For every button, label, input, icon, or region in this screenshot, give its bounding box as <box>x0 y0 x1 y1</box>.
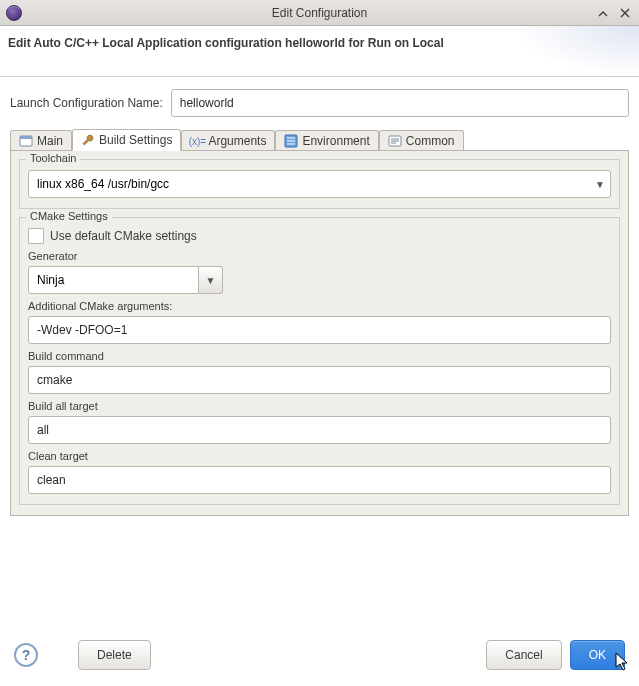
cancel-button-label: Cancel <box>505 648 542 662</box>
common-icon <box>388 134 402 148</box>
build-command-label: Build command <box>28 350 611 362</box>
delete-button-label: Delete <box>97 648 132 662</box>
dialog-footer: ? Delete Cancel OK <box>0 630 639 686</box>
dialog-header-text: Edit Auto C/C++ Local Application config… <box>8 36 631 50</box>
clean-target-label: Clean target <box>28 450 611 462</box>
tab-arguments-label: Arguments <box>208 134 266 148</box>
tab-build-settings[interactable]: Build Settings <box>72 129 181 151</box>
launch-name-row: Launch Configuration Name: <box>10 89 629 117</box>
tab-arguments[interactable]: (x)= Arguments <box>181 130 275 151</box>
additional-args-label: Additional CMake arguments: <box>28 300 611 312</box>
build-all-target-input[interactable] <box>28 416 611 444</box>
arguments-icon: (x)= <box>190 134 204 148</box>
tab-common[interactable]: Common <box>379 130 464 151</box>
tab-main[interactable]: Main <box>10 130 72 151</box>
cancel-button[interactable]: Cancel <box>486 640 561 670</box>
window-title: Edit Configuration <box>0 6 639 20</box>
ok-button-label: OK <box>589 648 606 662</box>
build-command-input[interactable] <box>28 366 611 394</box>
tab-main-label: Main <box>37 134 63 148</box>
help-button[interactable]: ? <box>14 643 38 667</box>
header-decoration-icon <box>519 26 639 76</box>
launch-name-input[interactable] <box>171 89 629 117</box>
eclipse-logo-icon <box>6 5 22 21</box>
dialog-header: Edit Auto C/C++ Local Application config… <box>0 26 639 76</box>
toolchain-legend: Toolchain <box>26 152 80 164</box>
generator-combo[interactable]: ▼ <box>28 266 223 294</box>
close-button[interactable] <box>617 5 633 21</box>
tab-environment-label: Environment <box>302 134 369 148</box>
titlebar: Edit Configuration <box>0 0 639 26</box>
toolchain-fieldset: Toolchain ▼ <box>19 159 620 209</box>
help-icon: ? <box>22 647 31 663</box>
delete-button[interactable]: Delete <box>78 640 151 670</box>
use-default-cmake-label: Use default CMake settings <box>50 229 197 243</box>
use-default-cmake-checkbox[interactable] <box>28 228 44 244</box>
launch-name-label: Launch Configuration Name: <box>10 96 163 110</box>
window-buttons <box>595 5 633 21</box>
generator-drop-button[interactable]: ▼ <box>199 266 223 294</box>
toolchain-combo[interactable]: ▼ <box>28 170 611 198</box>
main-tab-icon <box>19 134 33 148</box>
generator-label: Generator <box>28 250 611 262</box>
ok-button[interactable]: OK <box>570 640 625 670</box>
tab-bar: Main Build Settings (x)= Arguments Envir… <box>10 127 629 151</box>
svg-rect-1 <box>20 136 32 139</box>
wrench-icon <box>81 133 95 147</box>
tab-common-label: Common <box>406 134 455 148</box>
minimize-button[interactable] <box>595 5 611 21</box>
additional-args-input[interactable] <box>28 316 611 344</box>
tab-environment[interactable]: Environment <box>275 130 378 151</box>
build-all-target-label: Build all target <box>28 400 611 412</box>
use-default-cmake-row: Use default CMake settings <box>28 228 611 244</box>
toolchain-value[interactable] <box>28 170 611 198</box>
tab-build-settings-label: Build Settings <box>99 133 172 147</box>
generator-value[interactable] <box>28 266 199 294</box>
cmake-fieldset: CMake Settings Use default CMake setting… <box>19 217 620 505</box>
cmake-legend: CMake Settings <box>26 210 112 222</box>
chevron-down-icon: ▼ <box>205 275 215 286</box>
dialog-body: Launch Configuration Name: Main Build Se… <box>0 77 639 517</box>
tab-content: Toolchain ▼ CMake Settings Use default C… <box>10 150 629 516</box>
environment-icon <box>284 134 298 148</box>
clean-target-input[interactable] <box>28 466 611 494</box>
